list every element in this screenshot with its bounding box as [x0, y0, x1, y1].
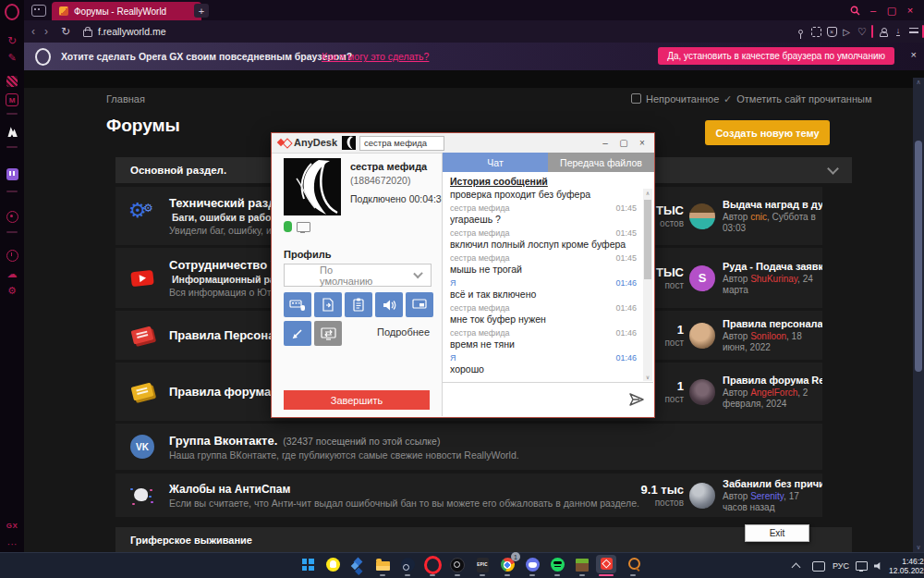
- avatar[interactable]: [689, 323, 715, 349]
- popout-play-icon[interactable]: ▷: [841, 26, 852, 37]
- forward-button[interactable]: ›: [44, 20, 48, 43]
- steam-icon[interactable]: [397, 556, 418, 573]
- unread-filter[interactable]: Непрочитанное: [631, 93, 719, 105]
- pinboards-icon[interactable]: ✎: [0, 50, 24, 65]
- sidebar-overflow-icon[interactable]: ···: [0, 536, 24, 551]
- mark-site-read[interactable]: ✓Отметить сайт прочитанным: [723, 93, 871, 105]
- topic-title[interactable]: Правила форума ReallyWo...: [723, 375, 822, 386]
- chat-input[interactable]: [443, 382, 653, 416]
- switch-sides-button[interactable]: [314, 321, 342, 346]
- volume-icon[interactable]: [874, 553, 882, 578]
- anydesk-taskbar-icon[interactable]: [596, 555, 616, 572]
- clock-tray[interactable]: 1:46:2212.05.2025: [889, 553, 924, 578]
- opera-menu-icon[interactable]: [0, 5, 24, 19]
- minimize-button[interactable]: –: [865, 3, 881, 18]
- topic-title[interactable]: Правила персонала: [723, 318, 822, 329]
- minecraft-icon[interactable]: [572, 556, 592, 573]
- network-icon[interactable]: [856, 553, 868, 578]
- crystal-app-icon[interactable]: [347, 556, 368, 573]
- banner-close-icon[interactable]: ×: [911, 49, 917, 60]
- exit-button[interactable]: Exit: [745, 524, 809, 542]
- tray-expand-icon[interactable]: [793, 553, 799, 578]
- file-explorer-icon[interactable]: [372, 556, 393, 573]
- anydesk-titlebar[interactable]: AnyDesk сестра мефида – ▢ ×: [272, 133, 654, 154]
- anydesk-minimize-icon[interactable]: –: [597, 136, 614, 150]
- scrollbar-thumb[interactable]: [915, 141, 922, 372]
- spotify-icon[interactable]: [547, 556, 567, 573]
- section-header-griefer[interactable]: Гриферское выживание: [116, 527, 852, 552]
- topic-author[interactable]: cnic: [750, 212, 767, 222]
- snapshot-icon[interactable]: [810, 26, 821, 37]
- steelseries-icon[interactable]: [447, 556, 468, 573]
- end-session-button[interactable]: Завершить: [284, 390, 430, 410]
- display-button[interactable]: [406, 292, 433, 317]
- avatar[interactable]: S: [689, 265, 715, 291]
- topic-title[interactable]: Забанили без причини: [723, 478, 822, 489]
- tab-file-transfer[interactable]: Передача файлов: [548, 153, 654, 172]
- keyboard-mouse-button[interactable]: [284, 292, 311, 317]
- banner-help-link[interactable]: Как я могу это сделать?: [322, 51, 429, 62]
- gx-corner-icon[interactable]: [0, 74, 24, 89]
- scroll-down-icon[interactable]: ∨: [643, 374, 652, 380]
- topic-author[interactable]: Soniloon: [750, 331, 786, 341]
- clipboard-button[interactable]: [345, 292, 372, 317]
- history-icon[interactable]: ↻: [0, 33, 24, 48]
- chat-scrollbar[interactable]: ∧ ∨: [643, 189, 652, 381]
- tab-forums[interactable]: Форумы - ReallyWorld: [52, 2, 201, 20]
- scrollbar-thumb[interactable]: [644, 200, 651, 279]
- set-default-button[interactable]: Да, установить в качестве браузера по ум…: [658, 47, 894, 65]
- player-icon[interactable]: [0, 209, 24, 224]
- twitch-icon[interactable]: [0, 166, 24, 181]
- page-scrollbar[interactable]: ∧ ∨: [913, 78, 924, 552]
- clock-icon[interactable]: [0, 248, 24, 263]
- avatar[interactable]: [689, 203, 715, 229]
- search-loupe-icon[interactable]: [623, 556, 643, 573]
- audio-button[interactable]: [375, 292, 403, 317]
- topic-title[interactable]: Руда - Подача заявки на ...: [723, 261, 822, 272]
- snapchat-icon[interactable]: [322, 556, 343, 573]
- scroll-up-icon[interactable]: ∧: [913, 79, 924, 86]
- topic-author[interactable]: AngelForch: [750, 387, 797, 398]
- bookmark-heart-icon[interactable]: ♡: [857, 26, 868, 37]
- forum-row-vk-group[interactable]: VK Группа Вконтакте.(32437 посещений по …: [116, 424, 822, 470]
- chevron-down-icon[interactable]: [827, 163, 839, 175]
- create-topic-button[interactable]: Создать новую тему: [705, 120, 830, 145]
- more-details-link[interactable]: Подробнее: [377, 326, 430, 338]
- peer-name-field[interactable]: сестра мефида: [359, 136, 444, 151]
- topic-title[interactable]: Выдача наград в дуели: [723, 199, 822, 210]
- discord-icon[interactable]: [522, 556, 542, 573]
- easy-setup-icon[interactable]: [908, 26, 919, 37]
- send-icon[interactable]: [627, 391, 646, 408]
- cloud-flow-icon[interactable]: ☁: [0, 266, 24, 281]
- file-transfer-button[interactable]: [314, 292, 342, 317]
- anydesk-close-icon[interactable]: ×: [634, 136, 650, 150]
- pin-icon[interactable]: [795, 26, 806, 37]
- anydesk-maximize-icon[interactable]: ▢: [615, 136, 632, 150]
- adblock-shield-icon[interactable]: ×: [826, 26, 837, 37]
- windows-start-icon[interactable]: [298, 556, 318, 573]
- forum-title[interactable]: Группа Вконтакте.(32437 посещений по это…: [169, 434, 822, 448]
- profile-select[interactable]: По умолчанию: [284, 264, 432, 287]
- gx-store-icon[interactable]: GX: [0, 518, 24, 533]
- draw-button[interactable]: [284, 321, 311, 346]
- epic-games-icon[interactable]: EPIC: [472, 556, 492, 573]
- topic-author[interactable]: Serenity: [750, 491, 784, 501]
- touchpad-icon[interactable]: [812, 553, 825, 578]
- topic-author[interactable]: ShuKurinay: [750, 274, 797, 284]
- reload-button[interactable]: ↻: [61, 20, 70, 43]
- profile-icon[interactable]: [878, 26, 889, 37]
- chrome-icon[interactable]: 1: [497, 556, 517, 573]
- back-button[interactable]: ‹: [31, 20, 35, 43]
- breadcrumb[interactable]: Главная: [106, 93, 145, 105]
- maximize-button[interactable]: ▢: [883, 3, 900, 18]
- tab-chat[interactable]: Чат: [443, 153, 548, 172]
- scroll-down-icon[interactable]: ∨: [913, 544, 924, 551]
- downloads-icon[interactable]: ↓: [893, 26, 904, 37]
- language-indicator[interactable]: РУС: [833, 553, 849, 578]
- forum-row-antispam[interactable]: Жалобы на АнтиСпам Если вы считаете, что…: [116, 473, 822, 517]
- url-field[interactable]: f.reallyworld.me: [76, 23, 785, 40]
- custom-site-icon[interactable]: [0, 124, 24, 139]
- workspace-icon[interactable]: [31, 5, 46, 17]
- close-button[interactable]: ×: [902, 3, 918, 18]
- scroll-up-icon[interactable]: ∧: [643, 190, 652, 196]
